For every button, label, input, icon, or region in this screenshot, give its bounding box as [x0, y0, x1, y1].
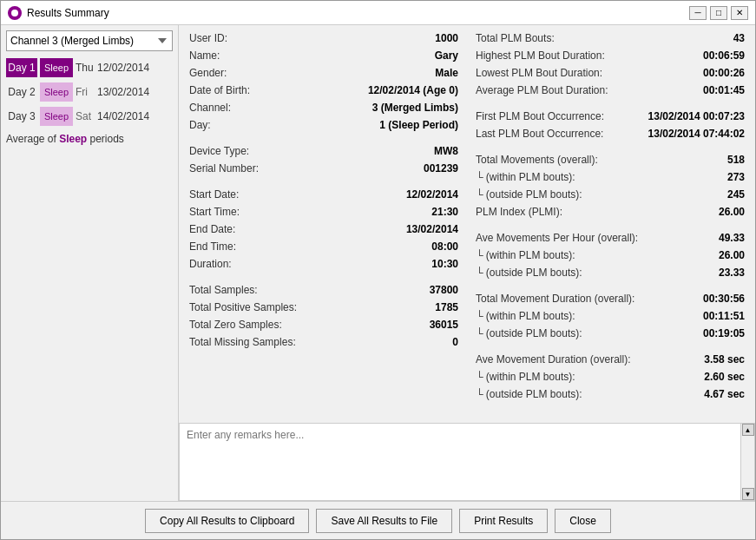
row-name: Name: Gary	[189, 49, 458, 65]
row-plmi: PLM Index (PLMI): 26.00	[476, 206, 745, 221]
average-text: Average of Sleep periods	[6, 133, 173, 145]
row-ave-movements-overall: Ave Movements Per Hour (overall): 49.33	[476, 232, 745, 247]
row-missing-samples: Total Missing Samples: 0	[189, 336, 458, 352]
row-movements-outside: └ (outside PLM bouts): 245	[476, 188, 745, 204]
row-gender: Gender: Male	[189, 67, 458, 82]
row-total-move-duration-overall: Total Movement Duration (overall): 00:30…	[476, 293, 745, 308]
data-section: User ID: 1000 Name: Gary Gender:	[179, 25, 755, 423]
remarks-input[interactable]	[180, 424, 740, 500]
row-movements-within: └ (within PLM bouts): 273	[476, 171, 745, 187]
day-3-date: 14/02/2014	[97, 110, 149, 122]
day-3-sleep-badge[interactable]: Sleep	[40, 107, 73, 126]
row-serial: Serial Number: 001239	[189, 162, 458, 178]
app-icon	[8, 6, 22, 20]
day-3-dow: Sat	[76, 110, 95, 122]
row-first-plm-occurrence: First PLM Bout Occurrence: 13/02/2014 00…	[476, 110, 745, 126]
window-title: Results Summary	[27, 7, 689, 19]
day-1-sleep-badge[interactable]: Sleep	[40, 58, 73, 77]
svg-point-0	[11, 10, 18, 16]
row-total-samples: Total Samples: 37800	[189, 284, 458, 300]
day-2-sleep-badge[interactable]: Sleep	[40, 82, 73, 102]
row-start-date: Start Date: 12/02/2014	[189, 188, 458, 204]
row-ave-move-duration-overall: Ave Movement Duration (overall): 3.58 se…	[476, 353, 745, 369]
row-device-type: Device Type: MW8	[189, 145, 458, 161]
scroll-up-arrow[interactable]: ▲	[742, 424, 754, 436]
remarks-area: ▲ ▼	[179, 423, 755, 501]
title-bar: Results Summary ─ □ ✕	[1, 1, 755, 25]
row-duration: Duration: 10:30	[189, 258, 458, 273]
main-content: User ID: 1000 Name: Gary Gender:	[179, 25, 755, 412]
row-ave-movements-within: └ (within PLM bouts): 26.00	[476, 249, 745, 265]
row-ave-movements-outside: └ (outside PLM bouts): 23.33	[476, 267, 745, 282]
row-positive-samples: Total Positive Samples: 1785	[189, 301, 458, 317]
print-results-button[interactable]: Print Results	[459, 509, 548, 533]
row-ave-move-duration-outside: └ (outside PLM bouts): 4.67 sec	[476, 388, 745, 404]
channel-select[interactable]: Channel 3 (Merged Limbs) Channel 1 Chann…	[6, 30, 173, 51]
row-channel: Channel: 3 (Merged Limbs)	[189, 102, 458, 117]
day-2-label[interactable]: Day 2	[6, 82, 37, 102]
footer-bar: Copy All Results to Clipboard Save All R…	[1, 501, 755, 539]
day-2-dow: Fri	[76, 86, 95, 98]
left-column: User ID: 1000 Name: Gary Gender:	[189, 32, 458, 405]
row-zero-samples: Total Zero Samples: 36015	[189, 319, 458, 334]
row-day: Day: 1 (Sleep Period)	[189, 119, 458, 135]
row-end-time: End Time: 08:00	[189, 240, 458, 256]
row-end-date: End Date: 13/02/2014	[189, 223, 458, 239]
sidebar: Channel 3 (Merged Limbs) Channel 1 Chann…	[1, 25, 179, 501]
maximize-button[interactable]: □	[710, 6, 727, 20]
day-row-1[interactable]: Day 1 Sleep Thu 12/02/2014	[6, 56, 173, 79]
close-button[interactable]: ✕	[731, 6, 748, 20]
row-user-id: User ID: 1000	[189, 32, 458, 48]
close-button[interactable]: Close	[555, 509, 611, 533]
row-total-move-duration-within: └ (within PLM bouts): 00:11:51	[476, 310, 745, 326]
main-window: Results Summary ─ □ ✕ Channel 3 (Merged …	[0, 0, 756, 540]
row-ave-move-duration-within: └ (within PLM bouts): 2.60 sec	[476, 371, 745, 386]
row-average-plm: Average PLM Bout Duration: 00:01:45	[476, 84, 745, 100]
day-2-date: 13/02/2014	[97, 86, 149, 98]
row-total-plm-bouts: Total PLM Bouts: 43	[476, 32, 745, 48]
day-1-date: 12/02/2014	[97, 62, 149, 74]
copy-results-button[interactable]: Copy All Results to Clipboard	[145, 509, 309, 533]
row-start-time: Start Time: 21:30	[189, 206, 458, 221]
row-lowest-plm: Lowest PLM Bout Duration: 00:00:26	[476, 67, 745, 82]
day-3-label[interactable]: Day 3	[6, 107, 37, 126]
right-column: Total PLM Bouts: 43 Highest PLM Bout Dur…	[476, 32, 745, 405]
row-highest-plm: Highest PLM Bout Duration: 00:06:59	[476, 49, 745, 65]
row-dob: Date of Birth: 12/02/2014 (Age 0)	[189, 84, 458, 100]
scroll-down-arrow[interactable]: ▼	[742, 488, 754, 500]
window-controls: ─ □ ✕	[689, 6, 748, 20]
day-row-2[interactable]: Day 2 Sleep Fri 13/02/2014	[6, 81, 173, 103]
data-grid: User ID: 1000 Name: Gary Gender:	[189, 32, 745, 405]
day-1-label[interactable]: Day 1	[6, 58, 37, 77]
day-1-dow: Thu	[76, 62, 95, 74]
save-results-button[interactable]: Save All Results to File	[316, 509, 452, 533]
main-wrapper: User ID: 1000 Name: Gary Gender:	[179, 25, 755, 501]
row-total-move-duration-outside: └ (outside PLM bouts): 00:19:05	[476, 327, 745, 343]
row-last-plm-occurrence: Last PLM Bout Occurrence: 13/02/2014 07:…	[476, 128, 745, 143]
content-area: Channel 3 (Merged Limbs) Channel 1 Chann…	[1, 25, 755, 501]
row-total-movements: Total Movements (overall): 518	[476, 154, 745, 169]
minimize-button[interactable]: ─	[689, 6, 707, 20]
scrollbar: ▲ ▼	[740, 424, 754, 500]
day-row-3[interactable]: Day 3 Sleep Sat 14/02/2014	[6, 105, 173, 128]
